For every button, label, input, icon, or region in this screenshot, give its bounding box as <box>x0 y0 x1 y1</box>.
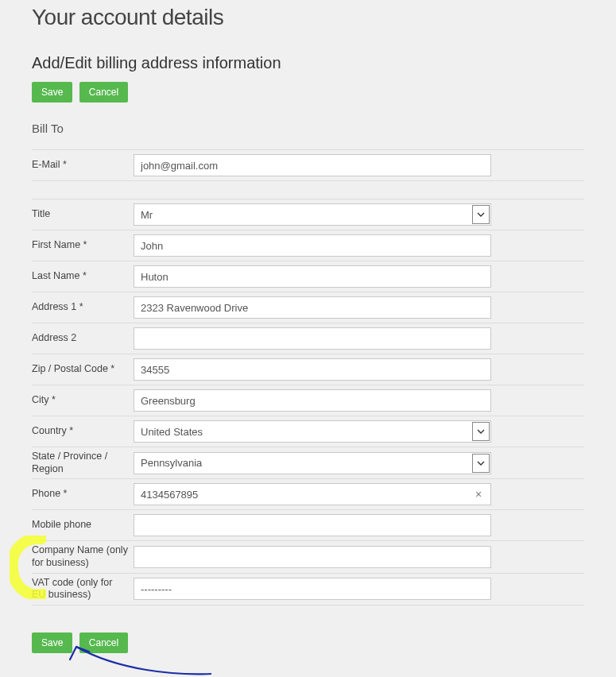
last-name-label: Last Name * <box>32 270 134 283</box>
cancel-button[interactable]: Cancel <box>79 633 128 653</box>
section-title: Add/Edit billing address information <box>32 54 584 72</box>
first-name-label: First Name * <box>32 239 134 252</box>
vat-label: VAT code (only for EU business) <box>32 577 134 602</box>
country-label: Country * <box>32 425 134 438</box>
address2-field[interactable] <box>134 327 491 350</box>
clear-input-icon[interactable]: × <box>475 488 482 501</box>
title-label: Title <box>32 208 134 221</box>
mobile-field[interactable] <box>134 514 491 536</box>
mobile-label: Mobile phone <box>32 519 134 532</box>
address2-label: Address 2 <box>32 332 134 345</box>
state-label: State / Province / Region <box>32 451 134 475</box>
phone-label: Phone * <box>32 488 134 501</box>
state-select[interactable]: Pennsylvania <box>134 452 491 474</box>
page-title: Your account details <box>32 5 584 30</box>
company-label: Company Name (only for business) <box>32 544 134 569</box>
address1-label: Address 1 * <box>32 301 134 314</box>
email-field[interactable] <box>134 154 491 176</box>
first-name-field[interactable] <box>134 234 491 257</box>
country-select[interactable]: United States <box>134 420 491 443</box>
email-label: E-Mail * <box>32 159 134 172</box>
address1-field[interactable] <box>134 296 491 319</box>
bottom-button-row: Save Cancel <box>32 633 584 653</box>
company-field[interactable] <box>134 546 491 568</box>
zip-label: Zip / Postal Code * <box>32 363 134 376</box>
phone-field[interactable] <box>134 483 491 505</box>
city-label: City * <box>32 394 134 407</box>
save-button[interactable]: Save <box>32 633 72 653</box>
title-select[interactable]: Mr <box>134 203 491 226</box>
vat-field[interactable] <box>134 578 491 600</box>
city-field[interactable] <box>134 389 491 412</box>
bill-to-heading: Bill To <box>32 122 584 135</box>
top-button-row: Save Cancel <box>32 82 584 103</box>
cancel-button[interactable]: Cancel <box>79 82 128 103</box>
last-name-field[interactable] <box>134 265 491 288</box>
save-button[interactable]: Save <box>32 82 72 103</box>
zip-field[interactable] <box>134 358 491 381</box>
